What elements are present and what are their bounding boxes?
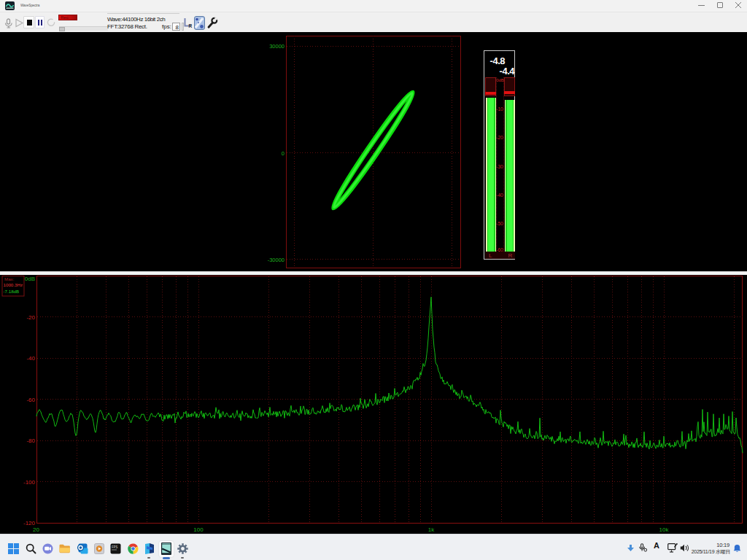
svg-text:-80: -80 <box>26 438 35 444</box>
svg-text:-120: -120 <box>23 520 36 526</box>
svg-text:0: 0 <box>282 150 285 157</box>
svg-text:-7.18dB: -7.18dB <box>4 289 20 294</box>
svg-text:1000.3Hz: 1000.3Hz <box>4 282 23 287</box>
svg-text:-30000: -30000 <box>268 257 285 263</box>
svg-text:10k: 10k <box>659 526 670 533</box>
svg-text:1k: 1k <box>428 526 435 533</box>
svg-text:-40: -40 <box>26 355 35 362</box>
svg-text:FPS: FPS <box>112 545 117 549</box>
svg-text:-20: -20 <box>26 314 35 321</box>
svg-text:-100: -100 <box>23 479 36 486</box>
svg-text:R: R <box>189 23 193 28</box>
svg-text:0dB: 0dB <box>25 276 35 282</box>
svg-text:30000: 30000 <box>269 43 285 50</box>
svg-text:20: 20 <box>33 526 39 533</box>
svg-text:Max:: Max: <box>4 276 15 281</box>
svg-text:100: 100 <box>193 526 204 533</box>
svg-text:-60: -60 <box>26 397 35 403</box>
